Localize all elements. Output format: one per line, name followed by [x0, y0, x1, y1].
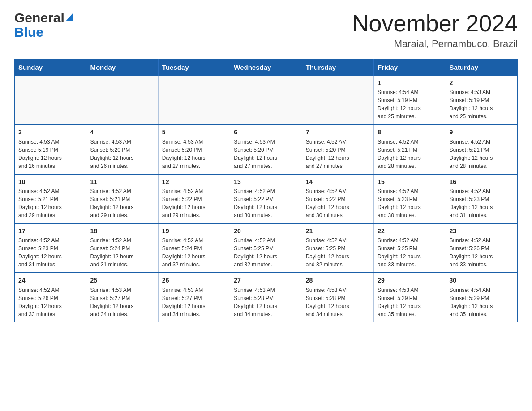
calendar-cell: 11Sunrise: 4:52 AMSunset: 5:21 PMDayligh… — [86, 174, 158, 223]
day-number: 30 — [450, 276, 514, 285]
weekday-header-wednesday: Wednesday — [230, 59, 302, 76]
calendar-cell: 24Sunrise: 4:52 AMSunset: 5:26 PMDayligh… — [15, 273, 86, 322]
day-number: 8 — [378, 128, 442, 137]
calendar-cell: 7Sunrise: 4:52 AMSunset: 5:20 PMDaylight… — [302, 124, 373, 174]
day-number: 16 — [450, 177, 514, 186]
weekday-header-thursday: Thursday — [302, 59, 373, 76]
calendar-cell: 17Sunrise: 4:52 AMSunset: 5:23 PMDayligh… — [15, 223, 86, 273]
day-info: Sunrise: 4:54 AMSunset: 5:19 PMDaylight:… — [378, 88, 442, 120]
day-info: Sunrise: 4:52 AMSunset: 5:21 PMDaylight:… — [378, 138, 442, 170]
day-info: Sunrise: 4:52 AMSunset: 5:24 PMDaylight:… — [90, 236, 154, 269]
day-number: 17 — [18, 227, 82, 235]
calendar-cell: 4Sunrise: 4:53 AMSunset: 5:20 PMDaylight… — [86, 124, 158, 174]
weekday-header-tuesday: Tuesday — [158, 59, 230, 76]
location-title: Maraial, Pernambuco, Brazil — [352, 38, 518, 50]
calendar-cell: 10Sunrise: 4:52 AMSunset: 5:21 PMDayligh… — [15, 174, 86, 223]
calendar-cell: 20Sunrise: 4:52 AMSunset: 5:25 PMDayligh… — [230, 223, 302, 273]
calendar-cell: 1Sunrise: 4:54 AMSunset: 5:19 PMDaylight… — [374, 76, 446, 124]
day-number: 1 — [378, 78, 442, 87]
calendar-cell — [86, 76, 158, 124]
day-number: 11 — [90, 177, 154, 186]
day-number: 23 — [450, 227, 514, 235]
day-number: 28 — [306, 276, 370, 285]
day-info: Sunrise: 4:52 AMSunset: 5:23 PMDaylight:… — [450, 187, 514, 219]
day-number: 14 — [306, 177, 370, 186]
day-info: Sunrise: 4:52 AMSunset: 5:21 PMDaylight:… — [90, 187, 154, 219]
day-info: Sunrise: 4:52 AMSunset: 5:24 PMDaylight:… — [162, 236, 226, 269]
calendar-cell: 12Sunrise: 4:52 AMSunset: 5:22 PMDayligh… — [158, 174, 230, 223]
month-title: November 2024 — [352, 11, 518, 36]
logo-blue-text: Blue — [14, 25, 43, 39]
day-number: 6 — [234, 128, 298, 137]
day-info: Sunrise: 4:52 AMSunset: 5:26 PMDaylight:… — [18, 286, 82, 318]
day-number: 25 — [90, 276, 154, 285]
weekday-header-friday: Friday — [374, 59, 446, 76]
day-info: Sunrise: 4:52 AMSunset: 5:21 PMDaylight:… — [18, 187, 82, 219]
calendar-cell: 2Sunrise: 4:53 AMSunset: 5:19 PMDaylight… — [446, 76, 517, 124]
calendar-cell — [158, 76, 230, 124]
day-number: 2 — [450, 78, 514, 87]
calendar-cell: 21Sunrise: 4:52 AMSunset: 5:25 PMDayligh… — [302, 223, 373, 273]
svg-marker-0 — [65, 13, 73, 21]
day-info: Sunrise: 4:52 AMSunset: 5:23 PMDaylight:… — [378, 187, 442, 219]
calendar-cell: 16Sunrise: 4:52 AMSunset: 5:23 PMDayligh… — [446, 174, 517, 223]
day-info: Sunrise: 4:53 AMSunset: 5:28 PMDaylight:… — [306, 286, 370, 318]
day-number: 10 — [18, 177, 82, 186]
logo: General Blue — [14, 11, 73, 39]
day-number: 26 — [162, 276, 226, 285]
calendar-cell — [15, 76, 86, 124]
page-header: General Blue November 2024 Maraial, Pern… — [14, 11, 518, 50]
day-number: 18 — [90, 227, 154, 235]
logo-triangle-icon — [65, 13, 73, 21]
calendar-week-row: 17Sunrise: 4:52 AMSunset: 5:23 PMDayligh… — [15, 223, 518, 273]
day-info: Sunrise: 4:52 AMSunset: 5:22 PMDaylight:… — [234, 187, 298, 219]
day-number: 19 — [162, 227, 226, 235]
calendar-cell: 19Sunrise: 4:52 AMSunset: 5:24 PMDayligh… — [158, 223, 230, 273]
calendar-cell: 23Sunrise: 4:52 AMSunset: 5:26 PMDayligh… — [446, 223, 517, 273]
day-number: 21 — [306, 227, 370, 235]
calendar-cell: 29Sunrise: 4:53 AMSunset: 5:29 PMDayligh… — [374, 273, 446, 322]
weekday-header-sunday: Sunday — [15, 59, 86, 76]
calendar-table: SundayMondayTuesdayWednesdayThursdayFrid… — [14, 59, 518, 322]
day-info: Sunrise: 4:52 AMSunset: 5:25 PMDaylight:… — [306, 236, 370, 269]
title-area: November 2024 Maraial, Pernambuco, Brazi… — [352, 11, 518, 50]
weekday-header-monday: Monday — [86, 59, 158, 76]
calendar-cell: 28Sunrise: 4:53 AMSunset: 5:28 PMDayligh… — [302, 273, 373, 322]
day-number: 29 — [378, 276, 442, 285]
day-info: Sunrise: 4:52 AMSunset: 5:22 PMDaylight:… — [162, 187, 226, 219]
day-number: 22 — [378, 227, 442, 235]
day-info: Sunrise: 4:53 AMSunset: 5:27 PMDaylight:… — [162, 286, 226, 318]
day-info: Sunrise: 4:52 AMSunset: 5:25 PMDaylight:… — [378, 236, 442, 269]
day-info: Sunrise: 4:53 AMSunset: 5:19 PMDaylight:… — [18, 138, 82, 170]
day-info: Sunrise: 4:54 AMSunset: 5:29 PMDaylight:… — [450, 286, 514, 318]
calendar-cell: 26Sunrise: 4:53 AMSunset: 5:27 PMDayligh… — [158, 273, 230, 322]
calendar-cell: 14Sunrise: 4:52 AMSunset: 5:22 PMDayligh… — [302, 174, 373, 223]
day-number: 4 — [90, 128, 154, 137]
weekday-header-saturday: Saturday — [446, 59, 517, 76]
day-info: Sunrise: 4:52 AMSunset: 5:21 PMDaylight:… — [450, 138, 514, 170]
day-number: 15 — [378, 177, 442, 186]
calendar-header-row: SundayMondayTuesdayWednesdayThursdayFrid… — [15, 59, 518, 76]
day-info: Sunrise: 4:53 AMSunset: 5:20 PMDaylight:… — [90, 138, 154, 170]
calendar-week-row: 10Sunrise: 4:52 AMSunset: 5:21 PMDayligh… — [15, 174, 518, 223]
day-info: Sunrise: 4:52 AMSunset: 5:25 PMDaylight:… — [234, 236, 298, 269]
day-info: Sunrise: 4:52 AMSunset: 5:23 PMDaylight:… — [18, 236, 82, 269]
day-number: 27 — [234, 276, 298, 285]
day-info: Sunrise: 4:52 AMSunset: 5:26 PMDaylight:… — [450, 236, 514, 269]
day-info: Sunrise: 4:53 AMSunset: 5:19 PMDaylight:… — [450, 88, 514, 120]
calendar-cell: 5Sunrise: 4:53 AMSunset: 5:20 PMDaylight… — [158, 124, 230, 174]
calendar-cell — [230, 76, 302, 124]
calendar-cell: 27Sunrise: 4:53 AMSunset: 5:28 PMDayligh… — [230, 273, 302, 322]
calendar-cell: 3Sunrise: 4:53 AMSunset: 5:19 PMDaylight… — [15, 124, 86, 174]
day-number: 12 — [162, 177, 226, 186]
calendar-cell: 8Sunrise: 4:52 AMSunset: 5:21 PMDaylight… — [374, 124, 446, 174]
day-number: 24 — [18, 276, 82, 285]
day-info: Sunrise: 4:52 AMSunset: 5:22 PMDaylight:… — [306, 187, 370, 219]
calendar-week-row: 24Sunrise: 4:52 AMSunset: 5:26 PMDayligh… — [15, 273, 518, 322]
calendar-cell: 25Sunrise: 4:53 AMSunset: 5:27 PMDayligh… — [86, 273, 158, 322]
day-number: 3 — [18, 128, 82, 137]
calendar-cell: 9Sunrise: 4:52 AMSunset: 5:21 PMDaylight… — [446, 124, 517, 174]
day-number: 5 — [162, 128, 226, 137]
day-number: 7 — [306, 128, 370, 137]
day-number: 13 — [234, 177, 298, 186]
